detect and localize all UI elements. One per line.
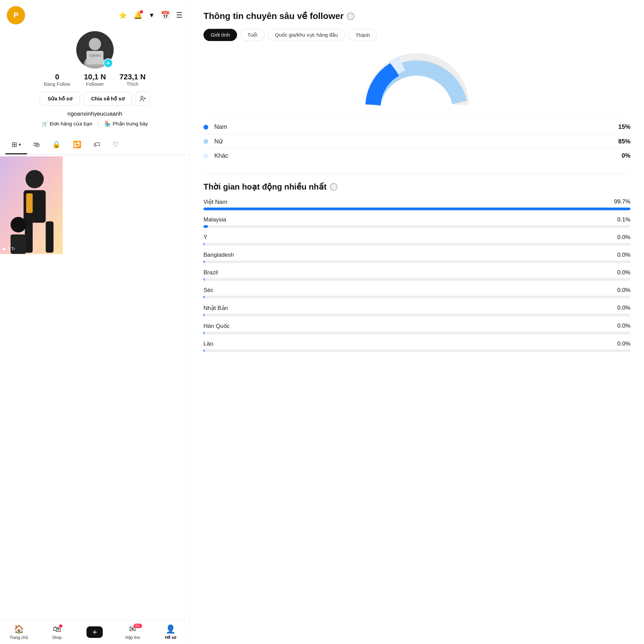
profile-section: Calvaru + 0 Đang Follow 10,1 N Follower … [0,28,190,136]
likes-count: 723,1 N [119,73,145,81]
stat-followers: 10,1 N Follower [84,73,106,87]
edit-profile-button[interactable]: Sửa hồ sơ [40,92,80,105]
orders-link[interactable]: 🛒 Đơn hàng của bạn [42,121,93,127]
country-name-5: Séc [203,287,213,294]
tab-bag[interactable]: 🛍 [27,136,46,154]
bar-track-4 [203,278,630,281]
calendar-button[interactable]: 📅 [161,11,170,20]
svg-rect-3 [86,51,103,64]
nav-inbox[interactable]: ✉ Hộp thư 99+ [122,624,143,640]
right-panel: Thông tin chuyên sâu về follower ⓘ Giới … [190,0,644,644]
country-pct-7: 0.0% [617,323,630,330]
bar-track-0 [203,208,630,210]
add-friend-button[interactable] [136,92,150,106]
add-avatar-button[interactable]: + [103,58,113,68]
menu-button[interactable]: ☰ [176,11,183,20]
svg-point-1 [89,38,101,50]
svg-point-15 [11,217,26,232]
grid-icon: ⊞ [12,140,17,149]
tab-grid[interactable]: ⊞ ▾ [5,136,27,154]
gender-legend: Nam 15% Nữ 85% Khác 0% [203,120,630,163]
add-friend-icon [139,95,146,102]
info-icon[interactable]: ⓘ [347,13,354,20]
share-profile-button[interactable]: Chia sẻ hồ sơ [83,92,132,105]
country-row-2: Ý 0.0% [203,234,630,246]
country-header-6: Nhật Bản 0.0% [203,305,630,312]
country-name-7: Hàn Quốc [203,323,230,330]
inbox-badge: 99+ [134,624,142,628]
followers-count: 10,1 N [84,73,106,81]
tag-icon: 🏷 [94,141,100,149]
country-name-4: Brazil [203,269,218,276]
content-tabs: ⊞ ▾ 🛍 🔒 🔁 🏷 ♡ [0,136,190,155]
female-pct: 85% [618,138,630,145]
male-label: Nam [214,123,227,131]
tab-gender[interactable]: Giới tính [203,29,237,41]
country-pct-1: 0.1% [617,216,630,223]
bar-track-3 [203,260,630,263]
bar-fill-3 [203,260,204,263]
add-button[interactable]: + [86,626,103,638]
bar-fill-5 [203,296,204,298]
likes-label: Thích [126,81,138,87]
cart-icon: 🛒 [42,121,48,127]
tab-tag[interactable]: 🏷 [87,136,106,154]
country-row-8: Lào 0.0% [203,340,630,352]
add-icon: + [92,627,97,637]
activity-info-icon[interactable]: ⓘ [330,183,337,191]
country-row-6: Nhật Bản 0.0% [203,305,630,316]
nav-home[interactable]: 🏠 Trang chủ [9,624,29,640]
home-icon: 🏠 [14,624,24,634]
nav-profile[interactable]: 👤 Hồ sơ [160,624,181,640]
gender-chart-section: Nam 15% Nữ 85% Khác 0% [203,51,630,163]
username: ngoanxinhyeucuaanh [67,111,122,117]
country-name-3: Bangladesh [203,252,234,258]
showcase-link[interactable]: 🏪 Phần trưng bày [104,121,148,127]
video-preview-svg [0,156,63,254]
dropdown-arrow-icon[interactable]: ▼ [149,12,155,19]
country-name-1: Malaysia [203,216,226,223]
tab-repost[interactable]: 🔁 [67,136,87,154]
bar-fill-1 [203,225,208,228]
play-icon: ▶ [3,246,6,251]
top-bar: P ⭐ 🔔 ▼ 📅 ☰ [0,0,190,28]
country-header-4: Brazil 0.0% [203,269,630,276]
tab-dropdown-icon[interactable]: ▾ [19,142,21,147]
tab-heart[interactable]: ♡ [106,136,125,154]
country-header-7: Hàn Quốc 0.0% [203,323,630,330]
nav-add[interactable]: + [84,626,105,638]
bar-track-5 [203,296,630,298]
country-pct-4: 0.0% [617,269,630,276]
heart-icon: ♡ [113,140,119,149]
divider [203,174,630,174]
showcase-label: Phần trưng bày [113,121,148,127]
bar-fill-0 [203,208,630,210]
country-list: Việt Nam 99.7% Malaysia 0.1% Ý 0.0% [203,198,630,352]
video-thumbnail-1[interactable]: ▶ 3 Tr [0,156,63,254]
followers-label: Follower [86,81,104,87]
country-header-3: Bangladesh 0.0% [203,252,630,258]
notification-button[interactable]: 🔔 [133,11,142,20]
tab-country[interactable]: Quốc gia/khu vực hàng đầu [268,29,345,41]
svg-rect-13 [46,221,54,253]
bag-icon: 🛍 [33,141,40,149]
tab-city[interactable]: Thành [348,29,377,41]
nav-shop[interactable]: 🛍 Shop [47,624,67,640]
filter-tabs: Giới tính Tuổi Quốc gia/khu vực hàng đầu… [203,29,630,41]
nav-home-label: Trang chủ [9,635,28,640]
tab-age[interactable]: Tuổi [240,29,265,41]
legend-other-name: Khác [203,152,228,159]
star-icon: ⭐ [119,11,127,19]
country-row-3: Bangladesh 0.0% [203,252,630,263]
tab-lock[interactable]: 🔒 [46,136,67,154]
female-label: Nữ [214,138,222,145]
nav-profile-label: Hồ sơ [165,635,176,640]
bottom-nav: 🏠 Trang chủ 🛍 Shop + ✉ Hộp thư 99+ 👤 Hồ … [0,621,190,644]
country-name-8: Lào [203,340,213,347]
country-pct-0: 99.7% [614,198,630,206]
top-bar-icons: ⭐ 🔔 ▼ 📅 ☰ [119,11,183,20]
other-label: Khác [214,152,228,159]
country-pct-8: 0.0% [617,340,630,347]
female-dot [203,139,208,144]
bar-fill-2 [203,243,204,246]
